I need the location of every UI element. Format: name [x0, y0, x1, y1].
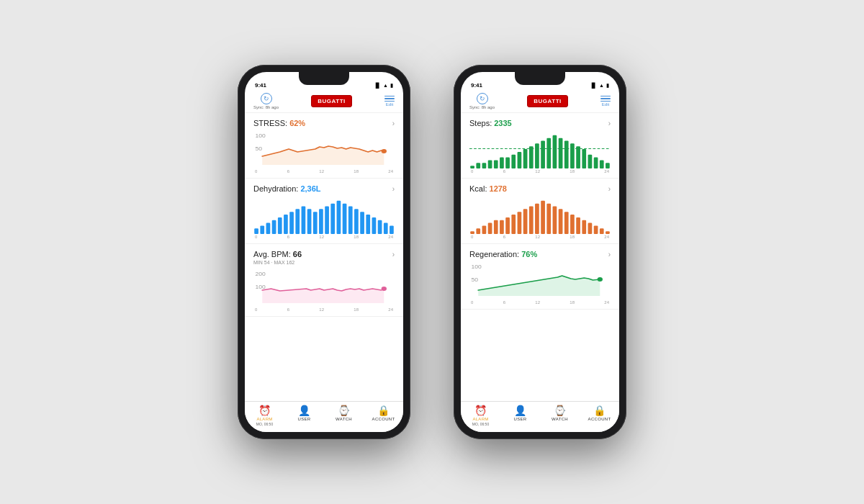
tab-account[interactable]: 🔒ACCOUNT — [580, 405, 619, 426]
svg-rect-11 — [295, 209, 300, 234]
sync-button[interactable]: ↻ Sync: 8h ago — [253, 93, 279, 109]
chevron-icon-regeneration[interactable]: › — [608, 251, 611, 258]
svg-text:200: 200 — [255, 271, 266, 277]
chevron-icon-kcal[interactable]: › — [608, 185, 611, 193]
metric-header-dehydration: Dehydration: 2,36L› — [253, 184, 395, 193]
metric-header-kcal: Kcal: 1278› — [469, 184, 611, 193]
metric-value-regeneration: 76% — [521, 250, 537, 258]
metric-title-steps: Steps: 2335 — [469, 119, 512, 127]
chevron-icon-steps[interactable]: › — [608, 120, 611, 127]
svg-rect-40 — [511, 155, 516, 168]
account-label: ACCOUNT — [588, 417, 611, 421]
alarm-sublabel: MO, 06:50 — [256, 422, 273, 426]
signal-icon: ▐▌ — [590, 83, 597, 88]
svg-rect-48 — [559, 138, 563, 168]
menu-button[interactable]: Edit — [600, 96, 611, 107]
svg-rect-50 — [570, 143, 575, 168]
svg-rect-78 — [594, 225, 598, 234]
metric-card-stress: STRESS: 62%›1005006121824 — [245, 113, 403, 179]
svg-rect-24 — [372, 217, 377, 234]
svg-rect-43 — [529, 146, 534, 168]
svg-rect-75 — [576, 217, 580, 234]
metric-card-bpm: Avg. BPM: 66›MIN 54 · MAX 16220010006121… — [245, 244, 403, 317]
svg-text:100: 100 — [471, 264, 482, 270]
svg-text:50: 50 — [471, 277, 478, 283]
chart-steps — [469, 129, 611, 168]
svg-rect-67 — [529, 207, 534, 235]
account-icon: 🔒 — [377, 405, 390, 416]
svg-rect-79 — [600, 228, 604, 234]
svg-rect-62 — [500, 220, 504, 234]
svg-rect-35 — [482, 163, 487, 168]
tab-alarm[interactable]: ⏰ALARMMO, 06:50 — [245, 405, 284, 426]
svg-rect-60 — [488, 223, 492, 234]
metric-value-stress: 62% — [289, 119, 305, 127]
tab-account[interactable]: 🔒ACCOUNT — [364, 405, 403, 426]
svg-rect-7 — [272, 220, 276, 234]
tab-user[interactable]: 👤USER — [284, 405, 324, 426]
svg-marker-2 — [262, 146, 384, 165]
metric-title-regeneration: Regeneration: 76% — [469, 250, 537, 258]
bugatti-logo: BUGATTI — [311, 95, 351, 107]
chevron-icon-bpm[interactable]: › — [392, 251, 395, 258]
svg-rect-72 — [559, 209, 563, 234]
wifi-icon: ▲ — [599, 83, 604, 88]
chevron-icon-stress[interactable]: › — [392, 120, 395, 127]
alarm-label: ALARM — [472, 417, 488, 421]
svg-rect-38 — [500, 158, 504, 168]
svg-rect-36 — [488, 160, 492, 168]
svg-rect-25 — [378, 220, 382, 234]
svg-rect-47 — [553, 135, 557, 168]
metrics-content: STRESS: 62%›1005006121824Dehydration: 2,… — [245, 113, 403, 401]
battery-icon: ▮ — [606, 83, 609, 89]
svg-text:50: 50 — [255, 146, 262, 152]
svg-rect-51 — [576, 146, 580, 168]
svg-rect-56 — [606, 163, 610, 168]
svg-rect-66 — [523, 209, 528, 234]
svg-rect-65 — [518, 212, 522, 234]
account-label: ACCOUNT — [372, 417, 395, 421]
account-icon: 🔒 — [593, 405, 606, 416]
tab-user[interactable]: 👤USER — [500, 405, 540, 426]
svg-rect-74 — [570, 215, 575, 234]
svg-rect-15 — [319, 209, 323, 234]
metric-header-steps: Steps: 2335› — [469, 119, 611, 127]
svg-rect-33 — [470, 166, 474, 168]
alarm-icon: ⏰ — [258, 405, 271, 416]
svg-rect-12 — [302, 207, 306, 235]
metric-card-steps: Steps: 2335›06121824 — [461, 113, 619, 179]
svg-text:100: 100 — [255, 284, 266, 290]
metric-value-bpm: 66 — [293, 250, 302, 258]
svg-rect-63 — [505, 217, 510, 234]
axis-labels-bpm: 06121824 — [253, 307, 395, 312]
sync-button[interactable]: ↻ Sync: 8h ago — [469, 93, 495, 109]
tab-alarm[interactable]: ⏰ALARMMO, 06:50 — [461, 405, 500, 426]
chart-regeneration: 10050 — [469, 260, 611, 300]
user-icon: 👤 — [298, 405, 310, 416]
metric-header-bpm: Avg. BPM: 66› — [253, 250, 395, 258]
svg-rect-58 — [476, 228, 480, 234]
wifi-icon: ▲ — [383, 83, 388, 88]
tab-watch[interactable]: ⌚WATCH — [324, 405, 364, 426]
signal-icon: ▐▌ — [374, 83, 381, 88]
svg-rect-6 — [266, 223, 271, 234]
chart-kcal — [469, 194, 611, 234]
svg-point-3 — [382, 149, 387, 153]
svg-rect-53 — [588, 155, 593, 168]
status-icons: ▐▌ ▲ ▮ — [374, 83, 393, 89]
svg-rect-59 — [482, 225, 487, 234]
tab-watch[interactable]: ⌚WATCH — [540, 405, 580, 426]
app-header: ↻ Sync: 8h ago BUGATTI Edit — [245, 90, 403, 113]
svg-rect-73 — [564, 212, 569, 234]
menu-button[interactable]: Edit — [384, 96, 395, 107]
svg-rect-46 — [546, 138, 551, 168]
svg-rect-80 — [606, 231, 610, 234]
chart-dehydration — [253, 194, 395, 234]
svg-rect-22 — [360, 212, 364, 234]
axis-labels-stress: 06121824 — [253, 169, 395, 174]
edit-label: Edit — [386, 102, 393, 107]
chevron-icon-dehydration[interactable]: › — [392, 185, 395, 193]
svg-rect-42 — [523, 149, 528, 168]
app-header: ↻ Sync: 8h ago BUGATTI Edit — [461, 90, 619, 113]
axis-labels-steps: 06121824 — [469, 169, 611, 174]
